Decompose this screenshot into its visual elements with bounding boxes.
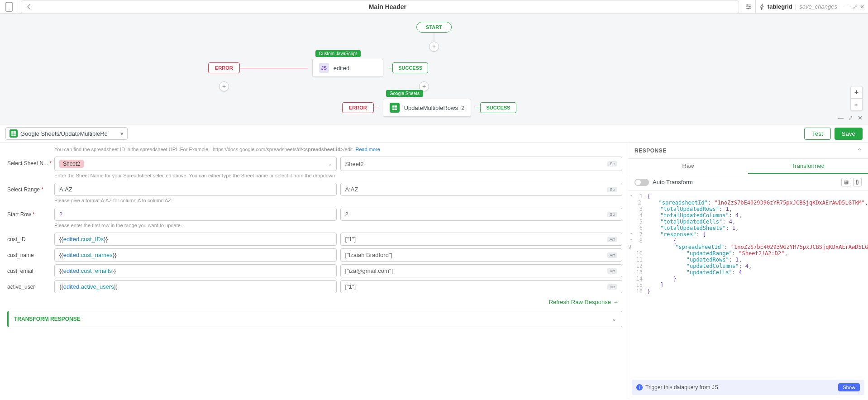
table-view-icon[interactable]: ▦ xyxy=(841,178,851,186)
cust-id-input[interactable]: {{edited.cust_IDs}} xyxy=(54,233,337,246)
cust-id-label: cust_ID xyxy=(7,233,54,243)
chevron-down-icon: ⌄ xyxy=(612,316,616,322)
node-type-tag: Google Sheets xyxy=(386,90,423,97)
cust-id-resolved: ["1"]Arr xyxy=(340,233,623,246)
svg-point-4 xyxy=(747,8,749,9)
tab-name: tablegrid xyxy=(768,3,792,10)
cust-name-label: cust_name xyxy=(7,248,54,258)
json-view-icon[interactable]: {} xyxy=(853,178,862,186)
node-edited[interactable]: Custom JavaScript JS edited xyxy=(312,59,383,77)
chevron-down-icon[interactable]: ⌄ xyxy=(324,162,332,167)
read-more-link[interactable]: Read more xyxy=(355,147,380,152)
response-header: RESPONSE xyxy=(634,148,667,154)
cust-name-input[interactable]: {{edited.cust_names}} xyxy=(54,248,337,262)
active-user-input[interactable]: {{edited.active_users}} xyxy=(54,280,337,293)
startrow-input[interactable]: 2 xyxy=(54,208,337,221)
tab-action: save_changes xyxy=(799,3,837,10)
save-button[interactable]: Save xyxy=(835,128,863,140)
bolt-icon xyxy=(759,4,765,10)
node-update-rows[interactable]: Google Sheets UpdateMultipleRows_2 xyxy=(383,99,472,117)
svg-rect-6 xyxy=(11,131,16,136)
zoom-in-button[interactable]: + xyxy=(851,86,862,99)
transform-response-section[interactable]: TRANSFORM RESPONSE ⌄ xyxy=(7,311,622,327)
startrow-help-text: Please enter the first row in the range … xyxy=(54,223,622,228)
startrow-label: Start Row * xyxy=(7,208,54,218)
success-branch[interactable]: SUCCESS xyxy=(480,102,516,113)
back-button[interactable] xyxy=(21,4,37,10)
panel-expand-icon[interactable]: ⤢ xyxy=(848,114,853,121)
cust-email-input[interactable]: {{edited.cust_emails}} xyxy=(54,264,337,277)
settings-sliders-icon[interactable] xyxy=(742,3,755,10)
flow-canvas[interactable]: START + ERROR Custom JavaScript JS edite… xyxy=(0,14,868,124)
range-resolved: A:AZStr xyxy=(340,183,623,196)
js-icon: JS xyxy=(319,63,329,73)
show-button[interactable]: Show xyxy=(838,383,860,391)
success-branch[interactable]: SUCCESS xyxy=(392,62,428,73)
svg-rect-5 xyxy=(392,105,397,110)
active-user-label: active_user xyxy=(7,280,54,290)
footer-text: Trigger this dataquery from JS xyxy=(645,384,718,390)
node-label: UpdateMultipleRows_2 xyxy=(404,105,465,111)
range-label: Select Range * xyxy=(7,183,54,193)
tab-transformed[interactable]: Transformed xyxy=(748,159,868,174)
chevron-down-icon: ▾ xyxy=(120,130,124,137)
sheets-icon xyxy=(10,129,18,138)
refresh-response-link[interactable]: Refresh Raw Response → xyxy=(11,299,619,305)
entity-dropdown[interactable]: Google Sheets/UpdateMultipleRc ▾ xyxy=(5,127,128,140)
add-node-button[interactable]: + xyxy=(219,81,229,91)
add-node-button[interactable]: + xyxy=(429,42,439,52)
info-icon: i xyxy=(636,384,643,390)
svg-point-2 xyxy=(746,4,748,5)
sheet-name-label: Select Sheet N... * xyxy=(7,157,54,167)
sheet-name-resolved: Sheet2 Str xyxy=(340,157,623,171)
spreadsheet-help-text: You can find the spreadsheet ID in the s… xyxy=(54,147,622,152)
active-user-resolved: ["1"]Arr xyxy=(340,280,623,293)
auto-transform-label: Auto Transform xyxy=(653,179,693,186)
cust-email-label: cust_email xyxy=(7,264,54,274)
expand-icon[interactable]: ⤢ xyxy=(853,4,857,10)
sheet-name-input[interactable]: Sheet2 ⌄ xyxy=(54,157,337,171)
minimize-icon[interactable]: — xyxy=(844,4,850,10)
sheet-chip: Sheet2 xyxy=(59,160,84,168)
test-button[interactable]: Test xyxy=(804,128,830,140)
zoom-out-button[interactable]: - xyxy=(851,99,862,110)
svg-point-3 xyxy=(749,6,750,7)
node-type-tag: Custom JavaScript xyxy=(315,50,361,57)
sheet-help-text: Enter the Sheet Name for your Spreadshee… xyxy=(54,173,622,178)
svg-point-1 xyxy=(9,10,10,10)
tab-raw[interactable]: Raw xyxy=(628,159,748,174)
cust-name-resolved: ["Izaiah Bradford"]Arr xyxy=(340,248,623,262)
device-preview-icon[interactable] xyxy=(0,0,18,14)
response-code[interactable]: 1▾{2 "spreadsheetId": "1noZzS7bE402939Gz… xyxy=(628,190,868,376)
range-input[interactable]: A:AZ xyxy=(54,183,337,196)
error-branch[interactable]: ERROR xyxy=(342,102,374,113)
auto-transform-toggle[interactable] xyxy=(634,179,649,186)
start-node[interactable]: START xyxy=(416,22,452,33)
panel-close-icon[interactable]: ✕ xyxy=(858,114,863,121)
collapse-icon[interactable]: ⌃ xyxy=(857,148,862,154)
close-icon[interactable]: ✕ xyxy=(860,4,864,10)
sheets-icon xyxy=(390,103,400,113)
entity-name: Google Sheets/UpdateMultipleRc xyxy=(20,130,107,137)
startrow-resolved: 2Str xyxy=(340,208,623,221)
arrow-right-icon: → xyxy=(613,299,619,305)
error-branch[interactable]: ERROR xyxy=(208,62,240,73)
panel-minimize-icon[interactable]: — xyxy=(838,114,844,121)
node-label: edited xyxy=(334,65,349,71)
page-title: Main Header xyxy=(37,3,739,10)
cust-email-resolved: ["iza@gmail.com"]Arr xyxy=(340,264,623,277)
range-help-text: Please give a format A:AZ for column A t… xyxy=(54,198,622,203)
